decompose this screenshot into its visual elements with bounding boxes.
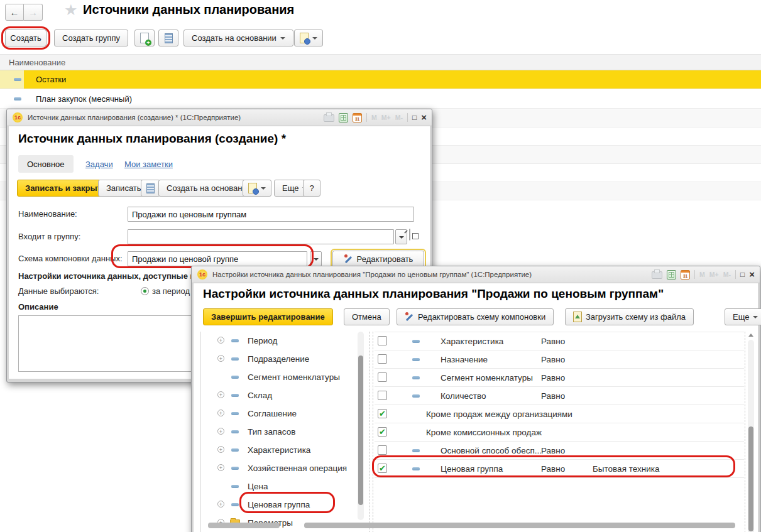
expand-icon[interactable]: + bbox=[217, 464, 224, 471]
memory-button[interactable]: M- bbox=[723, 271, 731, 278]
condition-checkbox[interactable]: ✔ bbox=[378, 427, 387, 437]
edit-composition-schema-button[interactable]: Редактировать схему компоновки bbox=[397, 308, 554, 325]
close-button[interactable]: × bbox=[421, 114, 427, 121]
schema-dropdown-button[interactable] bbox=[310, 251, 322, 266]
tree-item[interactable]: +Соглашение bbox=[201, 404, 358, 423]
maximize-button[interactable]: □ bbox=[412, 114, 417, 121]
tree-item[interactable]: Цена bbox=[201, 477, 358, 496]
data-selection-label: Данные выбираются: bbox=[18, 286, 99, 296]
condition-checkbox[interactable]: ✔ bbox=[378, 464, 387, 473]
condition-checkbox[interactable]: ✔ bbox=[378, 409, 387, 418]
calculator-icon[interactable] bbox=[667, 270, 676, 280]
condition-row[interactable]: Основной способ обесп...Равно bbox=[375, 442, 744, 460]
edit-schema-button[interactable]: Редактировать bbox=[332, 251, 424, 268]
memory-button[interactable]: M+ bbox=[709, 271, 719, 278]
tab-main[interactable]: Основное bbox=[18, 155, 74, 173]
condition-checkbox[interactable] bbox=[378, 336, 387, 345]
tree-item[interactable]: +Подразделение bbox=[201, 350, 358, 368]
name-input[interactable] bbox=[128, 207, 414, 222]
expand-icon[interactable]: + bbox=[217, 428, 224, 435]
tree-item[interactable]: +Период bbox=[201, 332, 358, 350]
window-titlebar[interactable]: 1с Источник данных планирования (создани… bbox=[7, 109, 432, 126]
create-button[interactable]: Создать bbox=[5, 30, 47, 46]
panel-splitter[interactable] bbox=[369, 332, 373, 532]
condition-row[interactable]: ✔Кроме комиссионных продаж bbox=[375, 423, 744, 442]
expand-icon[interactable]: + bbox=[217, 391, 224, 398]
list-row[interactable]: План закупок (месячный) bbox=[0, 90, 761, 109]
create-new-item-button[interactable] bbox=[134, 30, 155, 46]
memory-button[interactable]: M bbox=[699, 271, 705, 278]
condition-row[interactable]: КоличествоРавно bbox=[375, 387, 744, 405]
window-titlebar[interactable]: 1с Настройки источника данных планирован… bbox=[192, 266, 760, 283]
create-group-button[interactable]: Создать группу bbox=[54, 30, 128, 46]
report-dropdown-button[interactable] bbox=[294, 30, 323, 46]
condition-checkbox[interactable] bbox=[378, 445, 387, 455]
condition-checkbox[interactable] bbox=[378, 372, 387, 382]
tree-item[interactable]: +Склад bbox=[201, 386, 358, 404]
memory-button[interactable]: M+ bbox=[381, 114, 391, 121]
list-column-header[interactable]: Наименование bbox=[0, 54, 761, 70]
condition-checkbox[interactable] bbox=[378, 391, 387, 400]
print-icon[interactable] bbox=[652, 271, 662, 279]
schema-input[interactable] bbox=[128, 251, 307, 266]
calendar-icon[interactable]: 31 bbox=[353, 113, 362, 122]
group-open-button[interactable] bbox=[409, 229, 410, 241]
conditions-horizontal-scrollbar[interactable] bbox=[304, 523, 735, 528]
field-icon bbox=[231, 357, 239, 361]
copy-list-button[interactable] bbox=[158, 30, 178, 46]
expand-icon[interactable]: + bbox=[217, 410, 224, 416]
tree-item[interactable]: Сегмент номенклатуры bbox=[201, 368, 358, 386]
condition-row[interactable]: Сегмент номенклатурыРавно bbox=[375, 369, 744, 387]
tree-item[interactable]: +Хозяйственная операция bbox=[201, 459, 358, 477]
radio-period[interactable] bbox=[141, 287, 149, 295]
copy-list-button[interactable] bbox=[141, 180, 160, 197]
list-row-selected[interactable]: Остатки bbox=[0, 70, 761, 89]
tree-item[interactable]: +Тип запасов bbox=[201, 423, 358, 441]
calendar-icon[interactable]: 31 bbox=[681, 270, 690, 280]
expand-icon[interactable]: + bbox=[217, 355, 224, 362]
field-icon bbox=[231, 430, 239, 433]
create-based-on-button[interactable]: Создать на основании bbox=[183, 30, 293, 46]
load-schema-button[interactable]: Загрузить схему из файла bbox=[565, 308, 694, 325]
condition-row[interactable]: ✔Кроме продаж между организациями bbox=[375, 405, 744, 423]
forward-button[interactable]: → bbox=[24, 4, 43, 21]
schema-field-label: Схема компоновки данных: bbox=[18, 254, 123, 263]
tab-notes[interactable]: Мои заметки bbox=[124, 160, 173, 169]
condition-row[interactable]: ХарактеристикаРавно bbox=[375, 332, 744, 350]
condition-row[interactable]: НазначениеРавно bbox=[375, 350, 744, 369]
condition-field-label: Ценовая группа bbox=[441, 464, 503, 474]
memory-button[interactable]: M bbox=[371, 114, 377, 121]
tab-tasks[interactable]: Задачи bbox=[85, 160, 113, 169]
memory-button[interactable]: M- bbox=[395, 114, 403, 121]
maximize-button[interactable]: □ bbox=[740, 271, 745, 278]
back-button[interactable]: ← bbox=[5, 4, 24, 21]
condition-row[interactable]: ✔Ценовая группаРавноБытовая техника bbox=[375, 460, 744, 478]
column-header-label: Наименование bbox=[9, 58, 65, 67]
print-icon[interactable] bbox=[324, 114, 334, 122]
close-button[interactable]: × bbox=[749, 271, 755, 278]
tree-item[interactable]: +Характеристика bbox=[201, 441, 358, 459]
tree-item[interactable]: +Ценовая группа bbox=[201, 496, 358, 514]
report-dropdown-button[interactable] bbox=[243, 180, 271, 197]
condition-comparison: Равно bbox=[541, 373, 565, 383]
window-body: Настройки источника данных планирования … bbox=[194, 283, 758, 532]
tree-horizontal-scrollbar[interactable] bbox=[208, 523, 280, 528]
window-title: Настройки источника данных планирования … bbox=[212, 271, 532, 278]
tree-item-label: Склад bbox=[248, 391, 272, 400]
expand-icon[interactable]: + bbox=[217, 501, 224, 508]
favorite-star-icon[interactable]: ★ bbox=[64, 1, 78, 19]
calculator-icon[interactable] bbox=[339, 113, 348, 122]
cancel-button[interactable]: Отмена bbox=[344, 308, 390, 325]
expand-icon[interactable]: + bbox=[217, 446, 224, 453]
group-input[interactable] bbox=[128, 229, 394, 244]
form-heading: Источник данных планирования (создание) … bbox=[18, 132, 286, 146]
condition-checkbox[interactable] bbox=[378, 354, 387, 364]
expand-icon[interactable]: + bbox=[217, 337, 224, 344]
field-icon bbox=[231, 448, 239, 452]
conditions-vertical-scrollbar[interactable] bbox=[748, 340, 754, 532]
tree-vertical-scrollbar[interactable] bbox=[358, 332, 364, 520]
finish-editing-button[interactable]: Завершить редактирование bbox=[203, 308, 333, 325]
more-button[interactable]: Еще bbox=[725, 308, 761, 325]
help-button[interactable]: ? bbox=[303, 180, 320, 197]
condition-value: Бытовая техника bbox=[593, 464, 659, 474]
